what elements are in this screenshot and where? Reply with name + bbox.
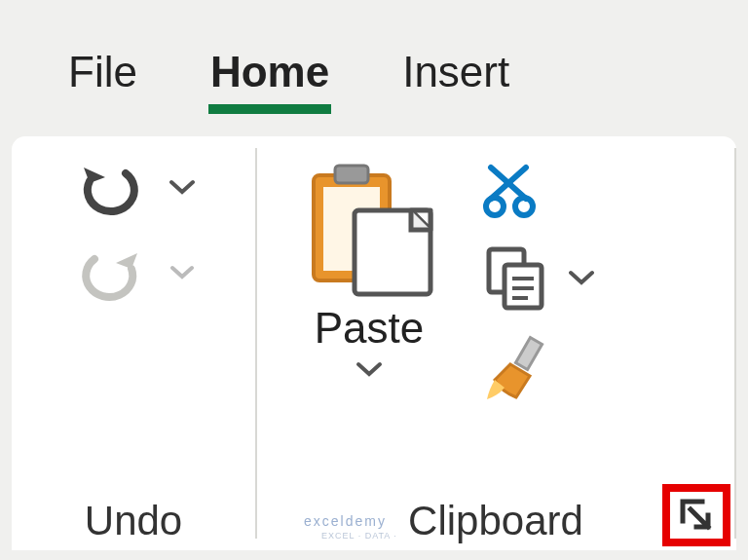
group-label-undo: Undo bbox=[85, 498, 182, 544]
group-clipboard: Paste bbox=[257, 136, 734, 550]
paste-label: Paste bbox=[315, 304, 425, 353]
paintbrush-icon bbox=[481, 335, 551, 405]
tab-home[interactable]: Home bbox=[210, 48, 329, 108]
svg-rect-2 bbox=[335, 166, 368, 183]
chevron-down-icon[interactable] bbox=[355, 360, 383, 378]
redo-icon bbox=[73, 240, 151, 306]
ribbon-tabs: File Home Insert bbox=[0, 0, 748, 127]
chevron-down-icon[interactable] bbox=[170, 265, 194, 280]
copy-icon bbox=[481, 243, 549, 312]
dialog-launcher-icon bbox=[677, 496, 716, 535]
ribbon-panel: Undo bbox=[12, 136, 736, 550]
dialog-launcher-button[interactable] bbox=[662, 484, 730, 546]
group-separator bbox=[734, 148, 736, 539]
redo-button[interactable] bbox=[12, 240, 255, 306]
copy-button[interactable] bbox=[481, 243, 594, 312]
undo-button[interactable] bbox=[12, 154, 255, 220]
chevron-down-icon[interactable] bbox=[169, 178, 195, 196]
svg-rect-13 bbox=[515, 338, 542, 370]
tab-insert[interactable]: Insert bbox=[402, 48, 509, 108]
format-painter-button[interactable] bbox=[481, 335, 594, 405]
svg-point-6 bbox=[486, 198, 504, 215]
watermark-sub: EXCEL · DATA · bbox=[321, 531, 397, 541]
group-undo: Undo bbox=[12, 136, 255, 550]
watermark: exceldemy bbox=[304, 513, 387, 529]
svg-point-7 bbox=[515, 198, 533, 215]
cut-button[interactable] bbox=[481, 158, 594, 220]
undo-icon bbox=[72, 154, 150, 220]
paste-button[interactable]: Paste bbox=[296, 154, 442, 378]
tab-file[interactable]: File bbox=[68, 48, 137, 108]
paste-icon bbox=[296, 154, 442, 300]
chevron-down-icon[interactable] bbox=[569, 269, 594, 286]
group-label-clipboard: Clipboard bbox=[408, 498, 583, 544]
scissors-icon bbox=[481, 158, 549, 220]
